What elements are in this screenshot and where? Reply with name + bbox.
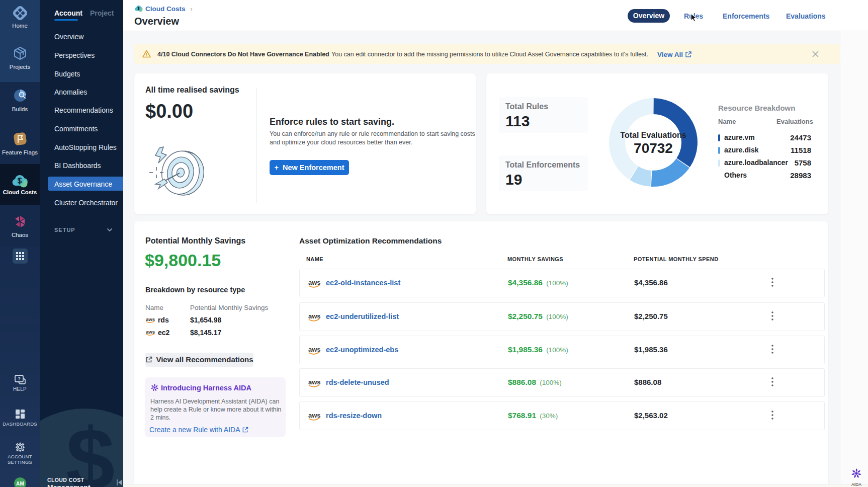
svg-text:?: ?	[18, 376, 21, 381]
svg-text:aws: aws	[146, 316, 155, 322]
svg-text:AM: AM	[16, 481, 24, 486]
svg-text:aws: aws	[146, 329, 155, 335]
